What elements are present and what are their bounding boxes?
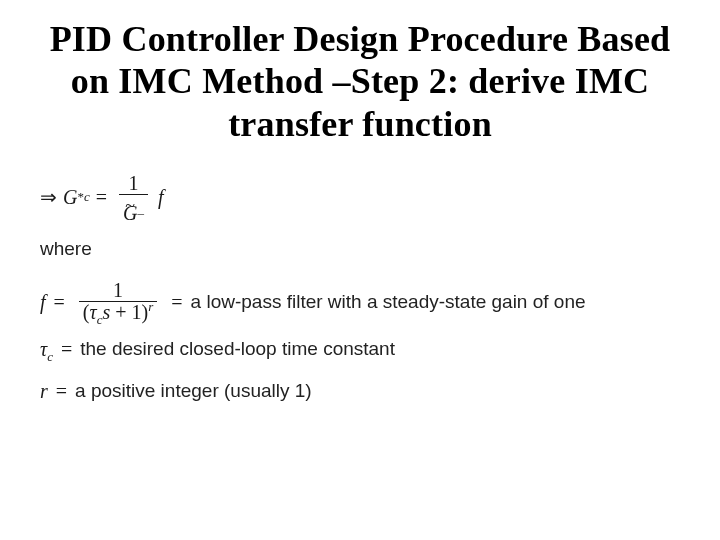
G-tilde: ~ G xyxy=(123,201,137,220)
slide-title: PID Controller Design Procedure Based on… xyxy=(40,18,680,145)
denominator-Gtilde-minus: ~ G – xyxy=(119,194,148,220)
slide: PID Controller Design Procedure Based on… xyxy=(0,0,720,540)
equals-sign-4: = xyxy=(56,375,67,407)
open-paren: ( xyxy=(83,301,90,323)
equals-sign: = xyxy=(96,181,107,213)
subscript-minus: – xyxy=(137,205,144,220)
equation-tau-c: τc = the desired closed-loop time consta… xyxy=(40,333,680,365)
subscript-c3: c xyxy=(47,349,53,364)
slide-body: ⇒ G*c = 1 ~ G – f where xyxy=(40,173,680,407)
eq1-expression: G*c = 1 ~ G – f xyxy=(63,173,164,220)
eq2-lhs: f = 1 (τcs + 1)r xyxy=(40,280,163,323)
denominator-filter: (τcs + 1)r xyxy=(79,301,157,323)
eq3-lhs: τc xyxy=(40,333,53,365)
symbol-tau: τ xyxy=(90,301,97,323)
where-label: where xyxy=(40,234,680,264)
symbol-G: G xyxy=(63,181,77,213)
equals-sign-2b: = xyxy=(171,286,182,318)
numerator-one-2: 1 xyxy=(109,280,127,301)
equals-sign-3: = xyxy=(61,333,72,365)
symbol-f2: f xyxy=(40,286,46,318)
superscript-r: r xyxy=(148,300,153,315)
equals-sign-2: = xyxy=(54,286,65,318)
equation-r: r = a positive integer (usually 1) xyxy=(40,375,680,407)
implies-arrow: ⇒ xyxy=(40,181,57,213)
filter-description: a low-pass filter with a steady-state ga… xyxy=(191,287,586,317)
plus-one-close: + 1) xyxy=(110,301,148,323)
r-description: a positive integer (usually 1) xyxy=(75,376,312,406)
symbol-G-den: G xyxy=(123,207,137,220)
fraction-one-over-Gminus: 1 ~ G – xyxy=(119,173,148,220)
symbol-f: f xyxy=(158,181,164,213)
equation-filter: f = 1 (τcs + 1)r = a low-pass filter wit… xyxy=(40,280,680,323)
numerator-one: 1 xyxy=(124,173,142,194)
tau-description: the desired closed-loop time constant xyxy=(80,334,395,364)
symbol-r: r xyxy=(40,375,48,407)
fraction-filter: 1 (τcs + 1)r xyxy=(79,280,157,323)
equation-imc-controller: ⇒ G*c = 1 ~ G – f xyxy=(40,173,680,220)
